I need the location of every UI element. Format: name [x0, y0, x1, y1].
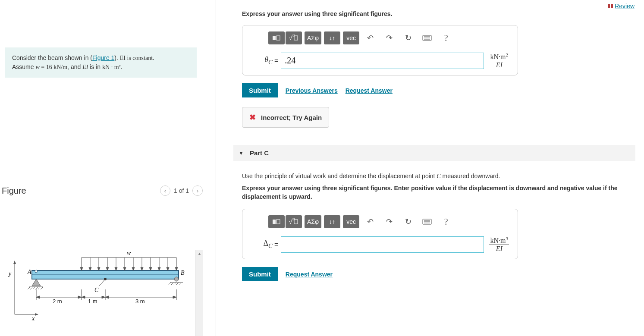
- help-button[interactable]: ?: [438, 31, 454, 44]
- collapse-icon: ▼: [239, 150, 244, 156]
- right-column: Review Express your answer using three s…: [216, 0, 644, 336]
- partC-text: Use the principle of virtual work and de…: [242, 172, 635, 181]
- svg-line-23: [179, 283, 181, 285]
- partC-input[interactable]: [281, 236, 484, 253]
- partC-request-answer-link[interactable]: Request Answer: [286, 271, 333, 278]
- partC-submit-button[interactable]: Submit: [242, 267, 278, 281]
- partB-submit-button[interactable]: Submit: [242, 83, 278, 97]
- partB-toolbar: √ ΑΣφ ↓↑ vec ↶ ↷ ↻ ?: [268, 31, 518, 44]
- partC-instruction: Express your answer using three signific…: [242, 184, 630, 201]
- pager-prev-button[interactable]: ‹: [160, 185, 170, 196]
- svg-marker-40: [132, 267, 135, 270]
- pager-text: 1 of 1: [174, 187, 189, 194]
- svg-line-53: [99, 279, 105, 286]
- svg-rect-71: [273, 36, 276, 40]
- svg-line-14: [38, 287, 41, 289]
- left-column: Consider the beam shown in (Figure 1). E…: [0, 0, 216, 336]
- svg-text:A: A: [27, 269, 31, 275]
- partB-input[interactable]: [281, 53, 484, 69]
- keyboard-button[interactable]: [419, 31, 435, 44]
- svg-marker-48: [166, 267, 169, 270]
- reset-button[interactable]: ↻: [400, 31, 416, 44]
- figure-title: Figure: [2, 186, 26, 196]
- svg-line-10: [28, 287, 30, 289]
- svg-marker-50: [175, 267, 178, 270]
- svg-line-21: [173, 283, 176, 285]
- svg-text:√: √: [289, 219, 292, 225]
- svg-marker-67: [173, 296, 176, 298]
- template-button[interactable]: [268, 215, 285, 228]
- template-button[interactable]: [268, 31, 285, 44]
- svg-marker-42: [141, 267, 143, 270]
- svg-text:1 m: 1 m: [88, 298, 97, 305]
- keyboard-button[interactable]: [419, 215, 435, 228]
- greek-button[interactable]: ΑΣφ: [305, 31, 321, 44]
- figure-pager: ‹ 1 of 1 ›: [160, 185, 203, 196]
- svg-marker-44: [149, 267, 152, 270]
- feedback-text: Incorrect; Try Again: [261, 114, 322, 121]
- svg-marker-38: [123, 267, 126, 270]
- svg-marker-2: [13, 261, 16, 264]
- svg-marker-8: [32, 279, 41, 286]
- svg-marker-32: [97, 267, 100, 270]
- partC-label: Part C: [250, 149, 269, 157]
- subsup-button[interactable]: ↓↑: [324, 31, 340, 44]
- svg-marker-63: [82, 296, 85, 298]
- sqrt-button[interactable]: √: [286, 31, 302, 44]
- partC-unit: kN·m3 EI: [489, 236, 509, 253]
- undo-button[interactable]: ↶: [362, 215, 378, 228]
- svg-marker-34: [106, 267, 109, 270]
- svg-line-22: [176, 283, 179, 285]
- svg-rect-72: [276, 36, 280, 40]
- redo-button[interactable]: ↷: [381, 215, 397, 228]
- svg-line-12: [33, 287, 35, 289]
- beam-diagram: y x: [6, 250, 187, 323]
- svg-line-15: [41, 287, 43, 289]
- review-link[interactable]: Review: [608, 3, 635, 9]
- figure-scrollbar[interactable]: ▲: [195, 250, 203, 336]
- scroll-up-icon[interactable]: ▲: [196, 250, 203, 257]
- partC-actions: Submit Request Answer: [242, 267, 635, 281]
- reset-button[interactable]: ↻: [400, 215, 416, 228]
- svg-text:y: y: [8, 270, 12, 277]
- svg-rect-81: [276, 220, 280, 224]
- help-button[interactable]: ?: [438, 215, 454, 228]
- svg-rect-80: [273, 220, 276, 224]
- undo-button[interactable]: ↶: [362, 31, 378, 44]
- svg-text:C: C: [94, 287, 99, 293]
- previous-answers-link[interactable]: Previous Answers: [286, 87, 338, 94]
- svg-line-11: [30, 287, 33, 289]
- vec-button[interactable]: vec: [343, 215, 359, 228]
- pager-next-button[interactable]: ›: [192, 185, 203, 196]
- problem-text: Consider the beam shown in (: [12, 54, 92, 61]
- vec-button[interactable]: vec: [343, 31, 359, 44]
- svg-line-19: [168, 283, 171, 285]
- request-answer-link[interactable]: Request Answer: [346, 87, 393, 94]
- svg-text:3 m: 3 m: [135, 298, 145, 305]
- svg-marker-28: [80, 267, 83, 270]
- svg-line-13: [35, 287, 38, 289]
- review-icon: [608, 4, 613, 8]
- partB-instruction: Express your answer using three signific…: [242, 10, 635, 17]
- greek-button[interactable]: ΑΣφ: [305, 215, 321, 228]
- svg-line-20: [171, 283, 173, 285]
- sqrt-button[interactable]: √: [286, 215, 302, 228]
- partB-unit: kN·m2 EI: [489, 52, 509, 69]
- subsup-button[interactable]: ↓↑: [324, 215, 340, 228]
- svg-text:2 m: 2 m: [53, 298, 62, 305]
- figure-link[interactable]: Figure 1: [92, 54, 114, 61]
- incorrect-icon: ✖: [249, 113, 256, 122]
- svg-rect-83: [294, 220, 298, 224]
- partC-header[interactable]: ▼ Part C: [233, 145, 635, 161]
- svg-marker-46: [158, 267, 160, 270]
- redo-button[interactable]: ↷: [381, 31, 397, 44]
- svg-point-16: [35, 270, 38, 273]
- svg-marker-66: [105, 296, 109, 298]
- partC-answer-box: √ ΑΣφ ↓↑ vec ↶ ↷ ↻ ? ΔC =: [242, 209, 518, 259]
- partB-feedback: ✖ Incorrect; Try Again: [242, 107, 329, 128]
- svg-text:w: w: [127, 250, 131, 256]
- svg-text:x: x: [31, 315, 35, 322]
- svg-marker-3: [35, 313, 38, 316]
- partB-answer-box: √ ΑΣφ ↓↑ vec ↶ ↷ ↻ ? θC = kN·m2: [242, 25, 518, 75]
- partB-actions: Submit Previous Answers Request Answer: [242, 83, 635, 97]
